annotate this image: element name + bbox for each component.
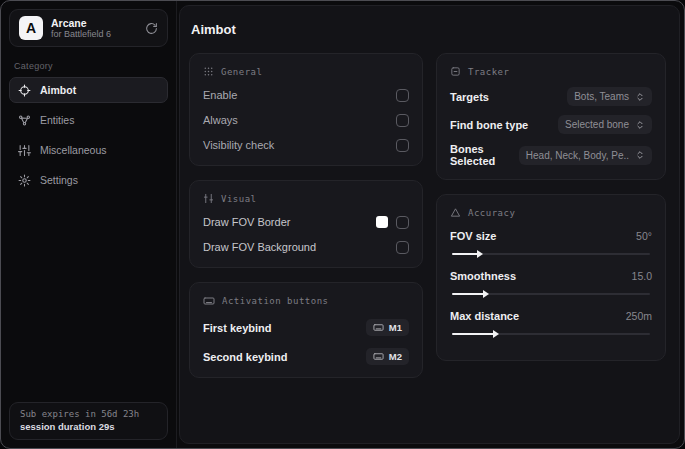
setting-label: Always: [203, 114, 238, 126]
second-keybind-button[interactable]: M2: [366, 348, 409, 365]
keyboard-icon: [203, 295, 215, 307]
general-card-header: General: [203, 66, 409, 77]
entities-icon: [18, 114, 31, 127]
chevrons-up-down-icon: [635, 150, 645, 160]
setting-label: Smoothness: [450, 270, 516, 282]
targets-select[interactable]: Bots, Teams: [567, 87, 652, 106]
select-value: Bots, Teams: [574, 91, 629, 102]
chevrons-up-down-icon: [635, 92, 645, 102]
grid-icon: [203, 66, 214, 77]
keyboard-icon: [373, 351, 384, 362]
setting-row-draw-fov-background: Draw FOV Background: [203, 239, 409, 255]
sidebar-item-miscellaneous[interactable]: Miscellaneous: [9, 137, 168, 163]
triangle-icon: [450, 207, 461, 218]
find-bone-type-select[interactable]: Selected bone: [558, 115, 652, 134]
activation-card-header: Activation buttons: [203, 295, 409, 307]
setting-row-enable: Enable: [203, 87, 409, 103]
setting-label: Second keybind: [203, 351, 287, 363]
setting-row-draw-fov-border: Draw FOV Border: [203, 214, 409, 230]
sidebar-item-label: Miscellaneous: [40, 144, 107, 156]
tracker-card: Tracker Targets Bots, Teams: [436, 53, 666, 180]
setting-label: Visibility check: [203, 139, 274, 151]
sidebar-item-aimbot[interactable]: Aimbot: [9, 77, 168, 103]
card-title-label: Activation buttons: [222, 296, 329, 306]
card-title-label: Accuracy: [468, 208, 515, 218]
tracker-card-header: Tracker: [450, 66, 652, 77]
select-value: Selected bone: [565, 119, 629, 130]
card-title-label: Visual: [221, 194, 257, 204]
setting-label: Draw FOV Background: [203, 241, 316, 253]
select-value: Head, Neck, Body, Pe..: [526, 150, 629, 161]
scan-icon: [450, 66, 461, 77]
session-duration-text: session duration 29s: [20, 421, 157, 432]
activation-buttons-card: Activation buttons First keybind M1: [189, 282, 423, 378]
sliders-icon: [18, 144, 31, 157]
page-title: Aimbot: [191, 22, 670, 37]
visibility-check-checkbox[interactable]: [396, 139, 409, 152]
setting-row-bones-selected: Bones Selected Head, Neck, Body, Pe..: [450, 143, 652, 167]
sub-expires-text: Sub expires in 56d 23h: [20, 409, 157, 419]
app-name: Arcane: [51, 17, 137, 29]
sidebar-item-entities[interactable]: Entities: [9, 107, 168, 133]
app-window: A Arcane for Battlefield 6 Category Aimb…: [0, 0, 685, 449]
refresh-icon[interactable]: [145, 22, 158, 35]
content-columns: General Enable Always Visibility check: [189, 53, 670, 378]
app-subtitle: for Battlefield 6: [51, 29, 137, 39]
max-distance-slider[interactable]: [452, 333, 650, 335]
chevrons-up-down-icon: [635, 120, 645, 130]
setting-row-targets: Targets Bots, Teams: [450, 87, 652, 106]
setting-row-second-keybind: Second keybind M2: [203, 348, 409, 365]
sliders-icon: [203, 193, 214, 204]
setting-row-visibility-check: Visibility check: [203, 137, 409, 153]
subscription-info-card: Sub expires in 56d 23h session duration …: [9, 402, 168, 440]
setting-row-always: Always: [203, 112, 409, 128]
fov-size-slider[interactable]: [452, 253, 650, 255]
setting-label: Targets: [450, 91, 489, 103]
setting-row-first-keybind: First keybind M1: [203, 319, 409, 336]
gear-icon: [18, 174, 31, 187]
slider-value: 250m: [626, 310, 652, 322]
sidebar-item-label: Entities: [40, 114, 74, 126]
keybind-value: M1: [389, 322, 402, 333]
sidebar-item-label: Aimbot: [40, 84, 76, 96]
general-card: General Enable Always Visibility check: [189, 53, 423, 166]
draw-fov-background-checkbox[interactable]: [396, 241, 409, 254]
bones-selected-select[interactable]: Head, Neck, Body, Pe..: [519, 146, 652, 165]
draw-fov-border-checkbox[interactable]: [396, 216, 409, 229]
sidebar-item-label: Settings: [40, 174, 78, 186]
accuracy-card-header: Accuracy: [450, 207, 652, 218]
keyboard-icon: [373, 322, 384, 333]
sidebar-item-settings[interactable]: Settings: [9, 167, 168, 193]
category-label: Category: [14, 61, 168, 71]
app-title-block: Arcane for Battlefield 6: [51, 17, 137, 39]
app-logo: A: [19, 16, 43, 40]
left-column: General Enable Always Visibility check: [189, 53, 423, 378]
row-controls: [376, 216, 409, 229]
slider-value: 50°: [636, 230, 652, 242]
slider-label-row: Smoothness 15.0: [450, 268, 652, 284]
app-logo-card: A Arcane for Battlefield 6: [9, 9, 168, 47]
enable-checkbox[interactable]: [396, 89, 409, 102]
right-column: Tracker Targets Bots, Teams: [436, 53, 666, 361]
first-keybind-button[interactable]: M1: [366, 319, 409, 336]
card-title-label: Tracker: [468, 67, 509, 77]
always-checkbox[interactable]: [396, 114, 409, 127]
setting-label: First keybind: [203, 322, 271, 334]
slider-fill: [452, 293, 484, 295]
slider-fill: [452, 253, 478, 255]
main-panel: Aimbot General: [179, 5, 680, 444]
setting-label: FOV size: [450, 230, 496, 242]
visual-card-header: Visual: [203, 193, 409, 204]
keybind-value: M2: [389, 351, 402, 362]
card-title-label: General: [221, 67, 262, 77]
setting-label: Find bone type: [450, 119, 528, 131]
setting-label: Max distance: [450, 310, 519, 322]
smoothness-slider[interactable]: [452, 293, 650, 295]
visual-card: Visual Draw FOV Border Draw FOV Backgrou…: [189, 180, 423, 268]
smoothness-group: Smoothness 15.0: [450, 268, 652, 295]
setting-row-find-bone-type: Find bone type Selected bone: [450, 115, 652, 134]
fov-size-group: FOV size 50°: [450, 228, 652, 255]
fov-border-color-swatch[interactable]: [376, 216, 388, 228]
setting-label: Bones Selected: [450, 143, 519, 167]
setting-label: Draw FOV Border: [203, 216, 290, 228]
